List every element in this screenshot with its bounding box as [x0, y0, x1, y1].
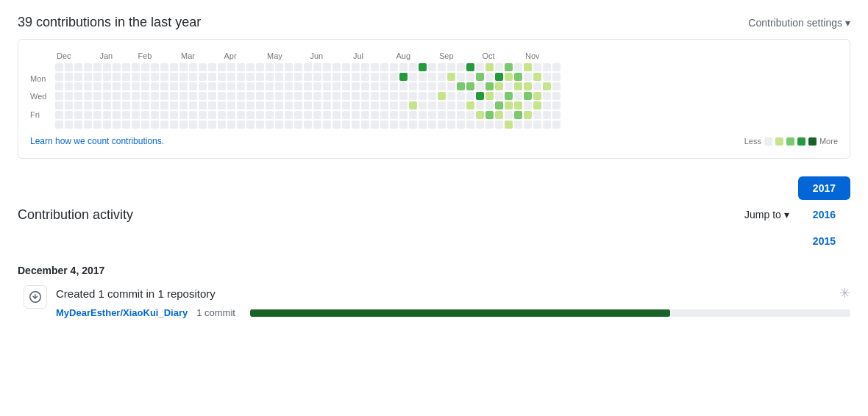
day-cell[interactable]	[514, 92, 522, 100]
day-cell[interactable]	[342, 111, 350, 119]
day-cell[interactable]	[438, 92, 446, 100]
day-cell[interactable]	[447, 92, 455, 100]
day-cell[interactable]	[361, 82, 369, 90]
day-cell[interactable]	[419, 121, 427, 129]
day-cell[interactable]	[266, 101, 274, 110]
day-cell[interactable]	[514, 111, 522, 119]
day-cell[interactable]	[438, 63, 446, 71]
day-cell[interactable]	[285, 121, 293, 129]
day-cell[interactable]	[428, 82, 436, 90]
day-cell[interactable]	[495, 63, 503, 71]
day-cell[interactable]	[438, 73, 446, 81]
day-cell[interactable]	[514, 82, 522, 90]
day-cell[interactable]	[218, 121, 226, 129]
day-cell[interactable]	[246, 101, 255, 110]
day-cell[interactable]	[485, 73, 494, 81]
day-cell[interactable]	[141, 63, 149, 71]
day-cell[interactable]	[457, 63, 465, 71]
day-cell[interactable]	[160, 101, 168, 110]
day-cell[interactable]	[246, 111, 255, 119]
day-cell[interactable]	[74, 73, 82, 81]
day-cell[interactable]	[285, 111, 293, 119]
day-cell[interactable]	[495, 121, 503, 129]
day-cell[interactable]	[199, 111, 207, 119]
day-cell[interactable]	[65, 73, 73, 81]
day-cell[interactable]	[199, 73, 207, 81]
day-cell[interactable]	[447, 73, 455, 81]
day-cell[interactable]	[304, 63, 312, 71]
day-cell[interactable]	[495, 73, 503, 81]
day-cell[interactable]	[141, 92, 149, 100]
day-cell[interactable]	[313, 82, 321, 90]
day-cell[interactable]	[495, 82, 503, 90]
contribution-settings-button[interactable]: Contribution settings ▾	[748, 17, 850, 29]
day-cell[interactable]	[113, 121, 121, 129]
day-cell[interactable]	[361, 92, 369, 100]
year-button-2016[interactable]: 2016	[798, 203, 850, 226]
day-cell[interactable]	[323, 82, 331, 90]
day-cell[interactable]	[552, 111, 561, 119]
day-cell[interactable]	[179, 63, 188, 71]
day-cell[interactable]	[342, 101, 350, 110]
day-cell[interactable]	[170, 121, 178, 129]
day-cell[interactable]	[189, 101, 197, 110]
day-cell[interactable]	[313, 63, 321, 71]
day-cell[interactable]	[543, 82, 551, 90]
day-cell[interactable]	[122, 121, 130, 129]
day-cell[interactable]	[218, 101, 226, 110]
day-cell[interactable]	[524, 101, 532, 110]
day-cell[interactable]	[179, 73, 188, 81]
day-cell[interactable]	[323, 111, 331, 119]
day-cell[interactable]	[476, 63, 484, 71]
day-cell[interactable]	[218, 111, 226, 119]
day-cell[interactable]	[409, 121, 417, 129]
day-cell[interactable]	[122, 82, 130, 90]
day-cell[interactable]	[208, 63, 216, 71]
day-cell[interactable]	[275, 63, 283, 71]
day-cell[interactable]	[237, 121, 245, 129]
day-cell[interactable]	[332, 101, 341, 110]
day-cell[interactable]	[485, 63, 494, 71]
day-cell[interactable]	[179, 111, 188, 119]
day-cell[interactable]	[55, 111, 63, 119]
day-cell[interactable]	[332, 121, 341, 129]
day-cell[interactable]	[533, 101, 541, 110]
day-cell[interactable]	[65, 121, 73, 129]
day-cell[interactable]	[275, 101, 283, 110]
day-cell[interactable]	[285, 101, 293, 110]
day-cell[interactable]	[208, 73, 216, 81]
day-cell[interactable]	[208, 121, 216, 129]
day-cell[interactable]	[409, 63, 417, 71]
day-cell[interactable]	[208, 111, 216, 119]
day-cell[interactable]	[266, 111, 274, 119]
day-cell[interactable]	[141, 111, 149, 119]
day-cell[interactable]	[428, 92, 436, 100]
day-cell[interactable]	[428, 63, 436, 71]
day-cell[interactable]	[93, 82, 102, 90]
day-cell[interactable]	[141, 73, 149, 81]
day-cell[interactable]	[266, 82, 274, 90]
day-cell[interactable]	[505, 73, 513, 81]
day-cell[interactable]	[160, 111, 168, 119]
day-cell[interactable]	[74, 111, 82, 119]
day-cell[interactable]	[323, 121, 331, 129]
day-cell[interactable]	[476, 92, 484, 100]
day-cell[interactable]	[409, 82, 417, 90]
day-cell[interactable]	[189, 121, 197, 129]
day-cell[interactable]	[151, 101, 159, 110]
day-cell[interactable]	[361, 63, 369, 71]
day-cell[interactable]	[227, 101, 235, 110]
day-cell[interactable]	[332, 111, 341, 119]
day-cell[interactable]	[208, 82, 216, 90]
day-cell[interactable]	[55, 73, 63, 81]
day-cell[interactable]	[55, 101, 63, 110]
day-cell[interactable]	[543, 92, 551, 100]
day-cell[interactable]	[113, 111, 121, 119]
day-cell[interactable]	[208, 101, 216, 110]
day-cell[interactable]	[84, 101, 92, 110]
day-cell[interactable]	[304, 73, 312, 81]
day-cell[interactable]	[65, 92, 73, 100]
day-cell[interactable]	[552, 73, 561, 81]
day-cell[interactable]	[304, 121, 312, 129]
day-cell[interactable]	[524, 111, 532, 119]
